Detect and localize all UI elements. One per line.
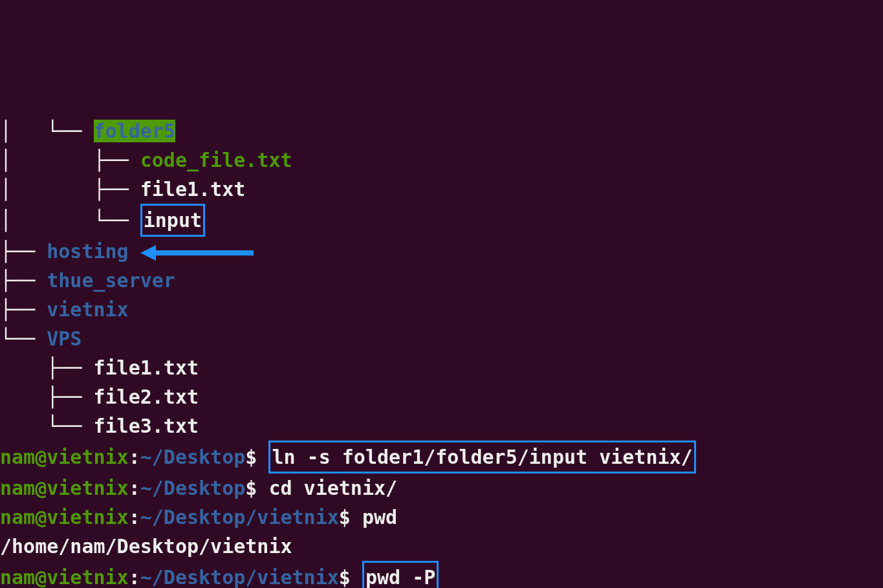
file-codefile: code_file.txt	[140, 149, 292, 171]
tree-row-file3: └── file3.txt	[0, 411, 883, 441]
prompt-user: nam@vietnix	[0, 506, 129, 528]
prompt-line-pwdP: nam@vietnix:~/Desktop/vietnix$ pwd -P	[0, 561, 883, 588]
cd-command: cd vietnix/	[268, 477, 397, 499]
tree-row-codefile: │ ├── code_file.txt	[0, 146, 883, 175]
output-home-1: /home/nam/Desktop/vietnix	[0, 532, 883, 561]
terminal-output: │ └── folder5│ ├── code_file.txt│ ├── fi…	[0, 116, 883, 588]
ln-command-box: ln -s folder1/folder5/input vietnix/	[268, 441, 695, 474]
prompt-user: nam@vietnix	[0, 446, 129, 468]
dir-vps: VPS	[47, 327, 82, 350]
input-box: input	[140, 204, 205, 237]
tree-row-hosting: ├── hosting	[0, 237, 883, 266]
dir-thueserver: thue_server	[47, 269, 175, 292]
tree-row-input: │ └── input	[0, 204, 883, 237]
prompt-line-pwd: nam@vietnix:~/Desktop/vietnix$ pwd	[0, 503, 883, 532]
pwd-command: pwd	[362, 506, 397, 528]
file-file2: file2.txt	[94, 386, 199, 408]
prompt-path: ~/Desktop	[140, 477, 246, 499]
prompt-path: ~/Desktop/vietnix	[140, 566, 339, 588]
dir-vietnix: vietnix	[47, 298, 128, 321]
file-file1a: file1.txt	[140, 178, 246, 201]
tree-row-vietnix: ├── vietnix	[0, 295, 883, 324]
tree-row-vps: └── VPS	[0, 324, 883, 353]
prompt-user: nam@vietnix	[0, 566, 129, 588]
dir-hosting: hosting	[47, 240, 128, 263]
prompt-line-ln: nam@vietnix:~/Desktop$ ln -s folder1/fol…	[0, 441, 883, 474]
prompt-path: ~/Desktop	[140, 446, 246, 468]
tree-row-file2: ├── file2.txt	[0, 382, 883, 411]
arrow-icon	[140, 246, 257, 259]
tree-row-folder5: │ └── folder5	[0, 116, 883, 146]
file-file3: file3.txt	[94, 415, 199, 437]
tree-row-thueserver: ├── thue_server	[0, 266, 883, 295]
tree-row-file1a: │ ├── file1.txt	[0, 175, 883, 204]
pwdP-command-box: pwd -P	[362, 561, 439, 588]
tree-row-file1b: ├── file1.txt	[0, 353, 883, 382]
prompt-line-cd: nam@vietnix:~/Desktop$ cd vietnix/	[0, 474, 883, 503]
prompt-path: ~/Desktop/vietnix	[140, 506, 339, 528]
prompt-user: nam@vietnix	[0, 477, 129, 499]
file-file1b: file1.txt	[94, 356, 199, 379]
folder5-highlight: folder5	[94, 120, 175, 142]
